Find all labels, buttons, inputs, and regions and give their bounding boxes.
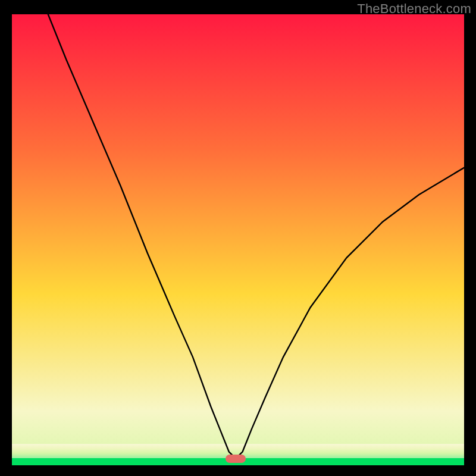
- watermark-text: TheBottleneck.com: [357, 1, 471, 17]
- plot-area: [12, 14, 464, 465]
- optimal-point-marker: [226, 455, 246, 463]
- chart-frame: TheBottleneck.com: [0, 0, 476, 476]
- bottleneck-curve: [12, 14, 464, 465]
- curve-path: [48, 14, 464, 459]
